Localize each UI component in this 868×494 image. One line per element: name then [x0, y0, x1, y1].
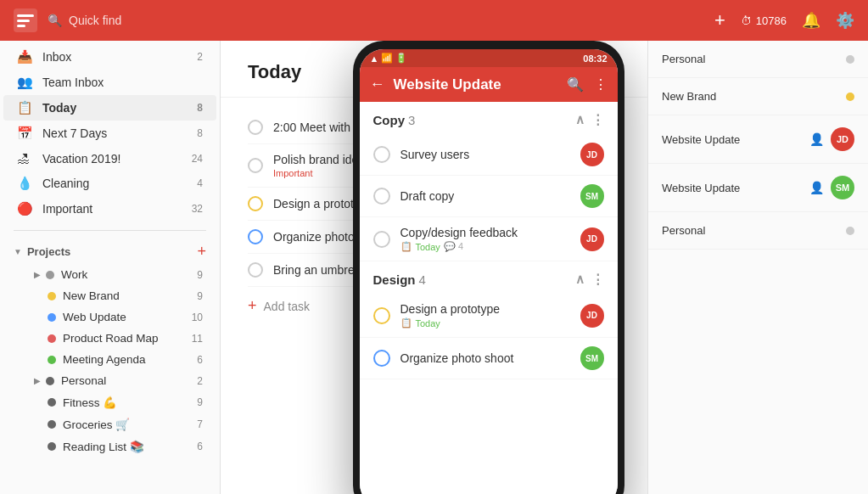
collapse-icon[interactable]: ∧: [575, 112, 585, 127]
sidebar-item-team-inbox[interactable]: 👥 Team Inbox: [3, 70, 216, 95]
sidebar-item-webupdate[interactable]: Web Update 10: [3, 306, 216, 328]
newbrand-label: New Brand: [63, 289, 197, 302]
reading-count: 6: [197, 441, 203, 452]
avatar: JD: [831, 127, 854, 151]
svg-rect-2: [17, 20, 30, 22]
phone-section-design: Design 4 ∧ ⋮: [360, 261, 618, 294]
sidebar-item-vacation[interactable]: 🏖 Vacation 2019! 24: [3, 146, 216, 171]
section-design-actions: ∧ ⋮: [575, 272, 604, 287]
phone-task-checkbox[interactable]: [373, 231, 390, 248]
sidebar-main-section: 📥 Inbox 2 👥 Team Inbox 📋 Today 8 📅 Next …: [0, 41, 220, 225]
roadmap-count: 11: [192, 333, 203, 345]
karma-icon: ⏱: [741, 14, 752, 27]
sidebar-item-reading[interactable]: Reading List 📚 6: [3, 435, 216, 458]
phone-task-text: Survey users: [400, 148, 570, 161]
sidebar-item-roadmap[interactable]: Product Road Map 11: [3, 328, 216, 349]
next7-icon: 📅: [17, 126, 36, 141]
search-icon: 🔍: [48, 14, 62, 27]
sidebar-item-groceries[interactable]: Groceries 🛒 7: [3, 413, 216, 435]
sidebar-item-meeting[interactable]: Meeting Agenda 6: [3, 349, 216, 370]
rp-item: Website Update 👤 JD: [648, 115, 868, 164]
avatar: JD: [580, 304, 604, 328]
rp-label: New Brand: [662, 90, 839, 103]
avatar: SM: [580, 346, 604, 370]
next7-count: 8: [197, 127, 203, 139]
groceries-dot: [48, 420, 56, 429]
work-dot: [46, 271, 54, 279]
phone-time: 08:32: [583, 53, 607, 64]
phone-more-icon[interactable]: ⋮: [594, 76, 608, 93]
phone-task-item: Copy/design feedback 📋 Today 💬 4 JD: [360, 217, 618, 261]
section-design-label: Design: [373, 272, 416, 287]
inbox-count: 2: [197, 51, 203, 63]
add-project-button[interactable]: +: [197, 243, 206, 261]
rp-item: Personal: [648, 212, 868, 250]
sidebar-item-next7[interactable]: 📅 Next 7 Days 8: [3, 121, 216, 146]
avatar: SM: [831, 176, 854, 199]
phone-status-bar: ▲ 📶 🔋 08:32: [360, 49, 618, 67]
fitness-label: Fitness 💪: [63, 396, 197, 409]
right-panel: Personal New Brand Website Update 👤 JD W…: [647, 41, 868, 494]
phone-task-checkbox[interactable]: [373, 188, 390, 205]
newbrand-dot: [48, 292, 56, 300]
webupdate-count: 10: [192, 312, 203, 323]
work-chevron: ▶: [34, 270, 41, 279]
webupdate-label: Web Update: [63, 311, 192, 323]
comment-count: 💬 4: [444, 241, 463, 252]
section-more-icon[interactable]: ⋮: [591, 112, 604, 127]
sidebar-divider: [14, 230, 206, 231]
today-label: Today: [42, 101, 197, 115]
search-bar[interactable]: 🔍 Quick find: [48, 14, 704, 27]
task-checkbox[interactable]: [248, 158, 263, 173]
add-task-button[interactable]: +: [714, 9, 725, 31]
calendar-icon: 📋: [400, 241, 412, 252]
phone-task-checkbox[interactable]: [373, 146, 390, 163]
notifications-icon[interactable]: 🔔: [802, 11, 820, 30]
inbox-label: Inbox: [42, 50, 197, 64]
phone-task-sub: 📋 Today 💬 4: [400, 241, 570, 252]
next7-label: Next 7 Days: [42, 126, 197, 140]
phone-screen: ▲ 📶 🔋 08:32 ← Website Update 🔍 ⋮: [360, 49, 618, 494]
task-checkbox[interactable]: [248, 262, 263, 278]
sidebar-item-today[interactable]: 📋 Today 8: [3, 95, 216, 121]
sidebar-item-cleaning[interactable]: 💧 Cleaning 4: [3, 171, 216, 196]
section-more-icon[interactable]: ⋮: [591, 272, 604, 287]
main-content: Today 💬 👤+ ··· 2:00 Meet with Laura ☕ Po…: [221, 41, 647, 494]
phone-search-icon[interactable]: 🔍: [567, 76, 584, 93]
sidebar-item-work[interactable]: ▶ Work 9: [3, 264, 216, 285]
avatar: JD: [580, 143, 604, 166]
projects-section-header[interactable]: ▼ Projects +: [0, 236, 220, 264]
sidebar-item-personal[interactable]: ▶ Personal 2: [3, 370, 216, 391]
wifi-icon: ▲: [370, 53, 379, 64]
settings-icon[interactable]: ⚙️: [836, 11, 854, 30]
meeting-dot: [48, 356, 56, 364]
phone-task-text: Design a prototype 📋 Today: [400, 302, 570, 328]
app-logo[interactable]: [14, 8, 37, 32]
team-inbox-icon: 👥: [17, 75, 36, 90]
personal-label: Personal: [61, 374, 197, 387]
sidebar-item-fitness[interactable]: Fitness 💪 9: [3, 391, 216, 413]
avatar: SM: [580, 184, 604, 208]
topnav-right: + ⏱ 10786 🔔 ⚙️: [714, 9, 854, 31]
phone-task-item: Draft copy SM: [360, 176, 618, 217]
rp-label: Personal: [662, 53, 839, 65]
main-layout: 📥 Inbox 2 👥 Team Inbox 📋 Today 8 📅 Next …: [0, 41, 868, 494]
today-icon: 📋: [17, 100, 36, 115]
phone-task-text: Draft copy: [400, 189, 570, 203]
sidebar-item-newbrand[interactable]: New Brand 9: [3, 285, 216, 306]
task-checkbox[interactable]: [248, 120, 263, 135]
task-checkbox[interactable]: [248, 229, 263, 244]
battery-icon: 🔋: [395, 53, 407, 64]
collapse-icon[interactable]: ∧: [575, 272, 585, 287]
back-button[interactable]: ←: [370, 76, 385, 93]
section-copy-actions: ∧ ⋮: [575, 112, 604, 127]
sidebar-item-important[interactable]: 🔴 Important 32: [3, 196, 216, 222]
phone-task-checkbox[interactable]: [373, 307, 390, 324]
important-icon: 🔴: [17, 201, 36, 216]
roadmap-label: Product Road Map: [63, 332, 192, 345]
task-checkbox[interactable]: [248, 196, 263, 211]
user-icon: 👤: [809, 132, 824, 146]
sidebar-item-inbox[interactable]: 📥 Inbox 2: [3, 44, 216, 70]
reading-dot: [48, 442, 56, 451]
phone-task-checkbox[interactable]: [373, 350, 390, 367]
